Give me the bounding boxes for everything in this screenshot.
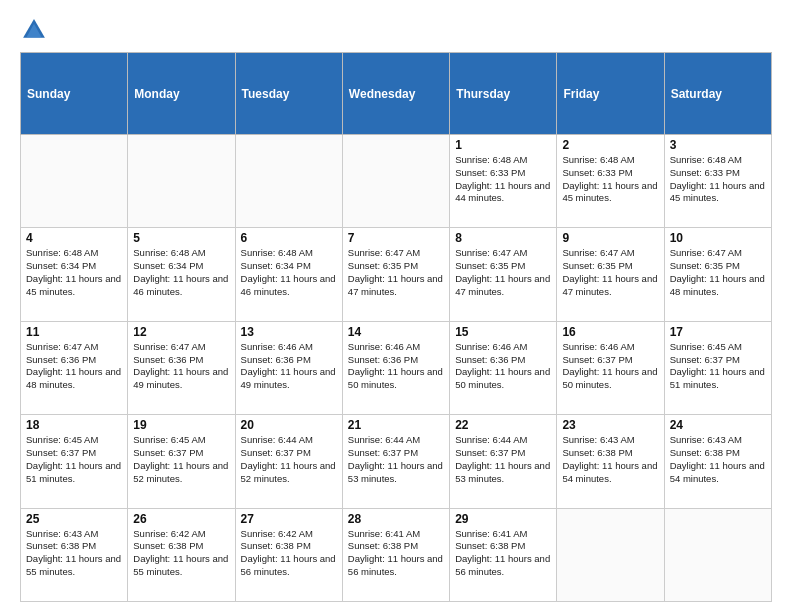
day-number: 1 [455, 138, 551, 152]
day-number: 9 [562, 231, 658, 245]
day-info: Sunrise: 6:48 AM Sunset: 6:33 PM Dayligh… [670, 154, 766, 205]
week-row-1: 1Sunrise: 6:48 AM Sunset: 6:33 PM Daylig… [21, 135, 772, 228]
week-row-2: 4Sunrise: 6:48 AM Sunset: 6:34 PM Daylig… [21, 228, 772, 321]
calendar-cell: 2Sunrise: 6:48 AM Sunset: 6:33 PM Daylig… [557, 135, 664, 228]
page: SundayMondayTuesdayWednesdayThursdayFrid… [0, 0, 792, 612]
day-info: Sunrise: 6:45 AM Sunset: 6:37 PM Dayligh… [133, 434, 229, 485]
calendar-cell: 11Sunrise: 6:47 AM Sunset: 6:36 PM Dayli… [21, 321, 128, 414]
header-row: SundayMondayTuesdayWednesdayThursdayFrid… [21, 53, 772, 135]
day-number: 28 [348, 512, 444, 526]
calendar-header: SundayMondayTuesdayWednesdayThursdayFrid… [21, 53, 772, 135]
day-info: Sunrise: 6:42 AM Sunset: 6:38 PM Dayligh… [133, 528, 229, 579]
day-info: Sunrise: 6:43 AM Sunset: 6:38 PM Dayligh… [670, 434, 766, 485]
logo-icon [20, 16, 48, 44]
calendar-cell: 14Sunrise: 6:46 AM Sunset: 6:36 PM Dayli… [342, 321, 449, 414]
day-header-saturday: Saturday [664, 53, 771, 135]
day-number: 20 [241, 418, 337, 432]
calendar-cell: 16Sunrise: 6:46 AM Sunset: 6:37 PM Dayli… [557, 321, 664, 414]
day-info: Sunrise: 6:47 AM Sunset: 6:36 PM Dayligh… [133, 341, 229, 392]
day-info: Sunrise: 6:44 AM Sunset: 6:37 PM Dayligh… [241, 434, 337, 485]
day-info: Sunrise: 6:47 AM Sunset: 6:35 PM Dayligh… [562, 247, 658, 298]
day-header-friday: Friday [557, 53, 664, 135]
day-number: 5 [133, 231, 229, 245]
day-number: 6 [241, 231, 337, 245]
day-number: 10 [670, 231, 766, 245]
day-number: 15 [455, 325, 551, 339]
calendar-cell: 28Sunrise: 6:41 AM Sunset: 6:38 PM Dayli… [342, 508, 449, 601]
calendar-cell: 23Sunrise: 6:43 AM Sunset: 6:38 PM Dayli… [557, 415, 664, 508]
calendar-cell: 17Sunrise: 6:45 AM Sunset: 6:37 PM Dayli… [664, 321, 771, 414]
calendar-cell: 27Sunrise: 6:42 AM Sunset: 6:38 PM Dayli… [235, 508, 342, 601]
calendar-cell: 15Sunrise: 6:46 AM Sunset: 6:36 PM Dayli… [450, 321, 557, 414]
day-number: 2 [562, 138, 658, 152]
calendar-body: 1Sunrise: 6:48 AM Sunset: 6:33 PM Daylig… [21, 135, 772, 602]
week-row-5: 25Sunrise: 6:43 AM Sunset: 6:38 PM Dayli… [21, 508, 772, 601]
header [20, 16, 772, 44]
calendar-cell: 21Sunrise: 6:44 AM Sunset: 6:37 PM Dayli… [342, 415, 449, 508]
day-info: Sunrise: 6:46 AM Sunset: 6:37 PM Dayligh… [562, 341, 658, 392]
calendar-cell: 9Sunrise: 6:47 AM Sunset: 6:35 PM Daylig… [557, 228, 664, 321]
day-number: 24 [670, 418, 766, 432]
calendar-cell: 7Sunrise: 6:47 AM Sunset: 6:35 PM Daylig… [342, 228, 449, 321]
day-info: Sunrise: 6:47 AM Sunset: 6:35 PM Dayligh… [455, 247, 551, 298]
calendar-cell: 1Sunrise: 6:48 AM Sunset: 6:33 PM Daylig… [450, 135, 557, 228]
calendar: SundayMondayTuesdayWednesdayThursdayFrid… [20, 52, 772, 602]
day-info: Sunrise: 6:47 AM Sunset: 6:35 PM Dayligh… [348, 247, 444, 298]
day-info: Sunrise: 6:47 AM Sunset: 6:35 PM Dayligh… [670, 247, 766, 298]
day-info: Sunrise: 6:48 AM Sunset: 6:34 PM Dayligh… [26, 247, 122, 298]
day-number: 7 [348, 231, 444, 245]
day-number: 27 [241, 512, 337, 526]
calendar-cell: 12Sunrise: 6:47 AM Sunset: 6:36 PM Dayli… [128, 321, 235, 414]
calendar-cell: 26Sunrise: 6:42 AM Sunset: 6:38 PM Dayli… [128, 508, 235, 601]
calendar-cell: 19Sunrise: 6:45 AM Sunset: 6:37 PM Dayli… [128, 415, 235, 508]
calendar-cell: 18Sunrise: 6:45 AM Sunset: 6:37 PM Dayli… [21, 415, 128, 508]
calendar-cell [342, 135, 449, 228]
day-number: 29 [455, 512, 551, 526]
day-number: 8 [455, 231, 551, 245]
calendar-cell: 22Sunrise: 6:44 AM Sunset: 6:37 PM Dayli… [450, 415, 557, 508]
day-info: Sunrise: 6:43 AM Sunset: 6:38 PM Dayligh… [562, 434, 658, 485]
day-number: 14 [348, 325, 444, 339]
logo [20, 16, 50, 44]
week-row-3: 11Sunrise: 6:47 AM Sunset: 6:36 PM Dayli… [21, 321, 772, 414]
calendar-cell: 8Sunrise: 6:47 AM Sunset: 6:35 PM Daylig… [450, 228, 557, 321]
day-number: 19 [133, 418, 229, 432]
day-info: Sunrise: 6:48 AM Sunset: 6:33 PM Dayligh… [455, 154, 551, 205]
day-info: Sunrise: 6:44 AM Sunset: 6:37 PM Dayligh… [348, 434, 444, 485]
day-header-sunday: Sunday [21, 53, 128, 135]
day-info: Sunrise: 6:43 AM Sunset: 6:38 PM Dayligh… [26, 528, 122, 579]
day-number: 25 [26, 512, 122, 526]
day-info: Sunrise: 6:48 AM Sunset: 6:34 PM Dayligh… [241, 247, 337, 298]
day-info: Sunrise: 6:48 AM Sunset: 6:33 PM Dayligh… [562, 154, 658, 205]
day-number: 13 [241, 325, 337, 339]
week-row-4: 18Sunrise: 6:45 AM Sunset: 6:37 PM Dayli… [21, 415, 772, 508]
day-info: Sunrise: 6:46 AM Sunset: 6:36 PM Dayligh… [455, 341, 551, 392]
day-header-monday: Monday [128, 53, 235, 135]
day-number: 17 [670, 325, 766, 339]
calendar-cell: 5Sunrise: 6:48 AM Sunset: 6:34 PM Daylig… [128, 228, 235, 321]
day-number: 23 [562, 418, 658, 432]
calendar-cell: 25Sunrise: 6:43 AM Sunset: 6:38 PM Dayli… [21, 508, 128, 601]
calendar-cell: 6Sunrise: 6:48 AM Sunset: 6:34 PM Daylig… [235, 228, 342, 321]
day-header-thursday: Thursday [450, 53, 557, 135]
day-number: 3 [670, 138, 766, 152]
day-number: 16 [562, 325, 658, 339]
calendar-cell: 4Sunrise: 6:48 AM Sunset: 6:34 PM Daylig… [21, 228, 128, 321]
day-info: Sunrise: 6:45 AM Sunset: 6:37 PM Dayligh… [26, 434, 122, 485]
day-number: 12 [133, 325, 229, 339]
day-info: Sunrise: 6:44 AM Sunset: 6:37 PM Dayligh… [455, 434, 551, 485]
calendar-cell: 3Sunrise: 6:48 AM Sunset: 6:33 PM Daylig… [664, 135, 771, 228]
day-info: Sunrise: 6:42 AM Sunset: 6:38 PM Dayligh… [241, 528, 337, 579]
day-info: Sunrise: 6:48 AM Sunset: 6:34 PM Dayligh… [133, 247, 229, 298]
calendar-cell: 20Sunrise: 6:44 AM Sunset: 6:37 PM Dayli… [235, 415, 342, 508]
calendar-cell [21, 135, 128, 228]
day-number: 22 [455, 418, 551, 432]
calendar-cell: 10Sunrise: 6:47 AM Sunset: 6:35 PM Dayli… [664, 228, 771, 321]
calendar-cell: 13Sunrise: 6:46 AM Sunset: 6:36 PM Dayli… [235, 321, 342, 414]
day-header-wednesday: Wednesday [342, 53, 449, 135]
day-number: 26 [133, 512, 229, 526]
day-info: Sunrise: 6:41 AM Sunset: 6:38 PM Dayligh… [455, 528, 551, 579]
day-info: Sunrise: 6:47 AM Sunset: 6:36 PM Dayligh… [26, 341, 122, 392]
day-info: Sunrise: 6:46 AM Sunset: 6:36 PM Dayligh… [241, 341, 337, 392]
calendar-cell: 29Sunrise: 6:41 AM Sunset: 6:38 PM Dayli… [450, 508, 557, 601]
